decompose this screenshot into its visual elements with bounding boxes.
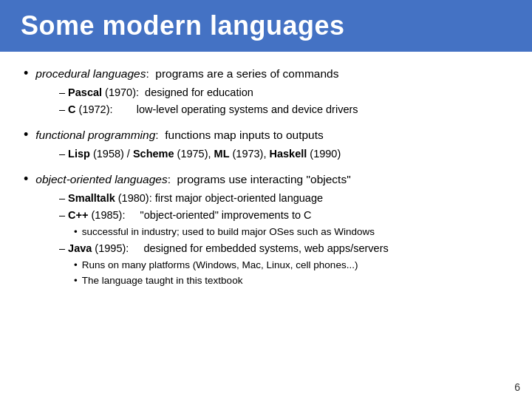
bullet-main-procedural: • procedural languages: programs are a s… bbox=[24, 64, 508, 83]
bullet-dot-procedural: • bbox=[24, 64, 28, 83]
c-text: C (1972): low-level operating systems an… bbox=[68, 102, 358, 117]
procedural-term: procedural languages bbox=[35, 67, 146, 80]
oop-text: object-oriented languages: programs use … bbox=[35, 171, 350, 188]
subsub-cpp-1: • successful in industry; used to build … bbox=[24, 225, 508, 239]
bullet-dot-oop: • bbox=[24, 169, 28, 189]
bullet-dot-functional: • bbox=[24, 125, 28, 145]
sub-java: – Java (1995): designed for embedded sys… bbox=[24, 241, 508, 256]
pascal-text: Pascal (1970): designed for education bbox=[68, 85, 253, 100]
sub-pascal: – Pascal (1970): designed for education bbox=[24, 85, 508, 100]
procedural-text: procedural languages: programs are a ser… bbox=[35, 65, 338, 82]
slide: Some modern languages • procedural langu… bbox=[0, 0, 532, 399]
lisp-text: Lisp (1958) / Scheme (1975), ML (1973), … bbox=[68, 146, 341, 162]
sub-smalltalk: – Smalltalk (1980): first major object-o… bbox=[24, 191, 508, 206]
oop-term: object-oriented languages bbox=[35, 173, 167, 185]
bullet-main-oop: • object-oriented languages: programs us… bbox=[24, 169, 508, 189]
cpp-sub1-text: successful in industry; used to build ma… bbox=[82, 225, 375, 239]
bullet-functional: • functional programming: functions map … bbox=[24, 125, 508, 162]
slide-title: Some modern languages bbox=[21, 10, 345, 41]
java-sub2-text: The language taught in this textbook bbox=[82, 273, 243, 288]
bullet-procedural: • procedural languages: programs are a s… bbox=[24, 64, 508, 117]
sub-lisp: – Lisp (1958) / Scheme (1975), ML (1973)… bbox=[24, 146, 508, 162]
smalltalk-text: Smalltalk (1980): first major object-ori… bbox=[68, 191, 323, 206]
functional-term: functional programming bbox=[35, 129, 155, 141]
bullet-oop: • object-oriented languages: programs us… bbox=[24, 169, 508, 288]
functional-text: functional programming: functions map in… bbox=[35, 126, 323, 143]
bullet-main-functional: • functional programming: functions map … bbox=[24, 125, 508, 145]
subsub-java-1: • Runs on many platforms (Windows, Mac, … bbox=[24, 258, 508, 273]
java-text: Java (1995): designed for embedded syste… bbox=[68, 241, 389, 256]
cpp-text: C++ (1985): "object-oriented" improvemen… bbox=[68, 208, 311, 223]
slide-footer: 6 bbox=[0, 378, 532, 399]
slide-content: • procedural languages: programs are a s… bbox=[0, 52, 532, 378]
page-number: 6 bbox=[514, 381, 520, 393]
java-sub1-text: Runs on many platforms (Windows, Mac, Li… bbox=[82, 258, 358, 273]
subsub-java-2: • The language taught in this textbook bbox=[24, 273, 508, 288]
sub-c: – C (1972): low-level operating systems … bbox=[24, 102, 508, 117]
slide-header: Some modern languages bbox=[0, 0, 532, 52]
sub-cpp: – C++ (1985): "object-oriented" improvem… bbox=[24, 208, 508, 223]
